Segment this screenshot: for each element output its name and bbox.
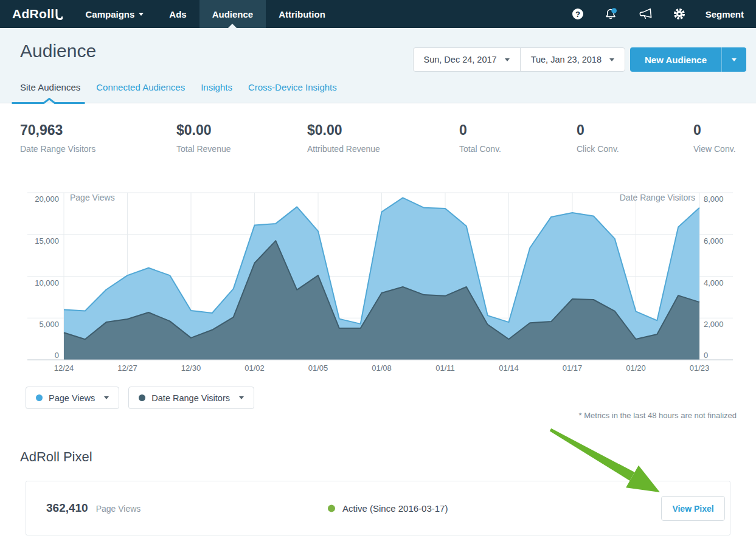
pixel-page-views-label: Page Views <box>96 504 141 514</box>
svg-text:2,000: 2,000 <box>704 320 724 329</box>
page-header: Audience Sun, Dec 24, 2017 Tue, Jan 23, … <box>0 28 756 103</box>
chevron-down-icon <box>139 13 144 16</box>
view-pixel-label: View Pixel <box>672 504 713 514</box>
svg-text:?: ? <box>575 10 580 19</box>
tab-connected-audiences[interactable]: Connected Audiences <box>96 82 185 92</box>
legend-date-range-visitors-dropdown[interactable]: Date Range Visitors <box>128 387 254 409</box>
stat-value: 70,963 <box>20 122 176 139</box>
chevron-down-icon <box>239 396 244 399</box>
notifications-bell-icon[interactable] <box>604 7 618 21</box>
svg-text:01/11: 01/11 <box>435 363 455 373</box>
stat-label: Total Conv. <box>459 144 577 154</box>
stat-label: View Conv. <box>693 144 756 154</box>
date-range-picker: Sun, Dec 24, 2017 Tue, Jan 23, 2018 <box>413 47 625 72</box>
chevron-down-icon <box>732 58 737 61</box>
chart-legend: Page Views Date Range Visitors <box>26 387 254 409</box>
megaphone-icon[interactable] <box>638 8 653 20</box>
svg-text:10,000: 10,000 <box>35 278 59 287</box>
svg-text:01/08: 01/08 <box>372 363 392 373</box>
gear-icon[interactable] <box>673 8 685 20</box>
nav-item-label: Attribution <box>279 9 325 19</box>
stat-value: 0 <box>577 122 693 139</box>
end-date-dropdown[interactable]: Tue, Jan 23, 2018 <box>520 48 625 71</box>
metrics-footnote: * Metrics in the last 48 hours are not f… <box>579 411 737 420</box>
adroll-logo-hook <box>55 9 63 22</box>
svg-text:01/14: 01/14 <box>499 363 519 373</box>
chevron-down-icon <box>104 396 109 399</box>
nav-item-label: Audience <box>212 9 254 19</box>
nav-item-label: Campaigns <box>85 9 134 19</box>
annotation-arrow-shaft <box>550 428 635 481</box>
stat-attributed-revenue: $0.00 Attributed Revenue <box>307 122 459 180</box>
svg-text:0: 0 <box>55 351 59 360</box>
adroll-pixel-card: 362,410 Page Views Active (Since 2016-03… <box>26 481 730 535</box>
start-date-value: Sun, Dec 24, 2017 <box>424 55 497 64</box>
end-date-value: Tue, Jan 23, 2018 <box>531 55 602 64</box>
adroll-pixel-heading: AdRoll Pixel <box>20 449 92 465</box>
audience-tabs: Site Audiences Connected Audiences Insig… <box>20 82 337 92</box>
svg-text:01/02: 01/02 <box>244 363 265 373</box>
nav-item-audience[interactable]: Audience <box>199 0 266 28</box>
pixel-page-views-value: 362,410 <box>46 501 88 515</box>
view-pixel-button[interactable]: View Pixel <box>661 496 725 521</box>
stat-label: Date Range Visitors <box>20 144 176 154</box>
help-icon[interactable]: ? <box>572 8 584 20</box>
stat-value: 0 <box>459 122 577 139</box>
svg-text:01/23: 01/23 <box>690 363 710 373</box>
stat-label: Total Revenue <box>176 144 307 154</box>
tab-cross-device-insights[interactable]: Cross-Device Insights <box>248 82 337 92</box>
svg-text:0: 0 <box>704 351 708 360</box>
legend-page-views-dropdown[interactable]: Page Views <box>26 387 119 409</box>
stat-total-conv: 0 Total Conv. <box>459 122 577 180</box>
svg-text:01/17: 01/17 <box>563 363 583 373</box>
svg-text:8,000: 8,000 <box>704 194 724 204</box>
svg-text:12/30: 12/30 <box>181 363 201 373</box>
active-tab-underline <box>11 98 86 104</box>
new-audience-button[interactable]: New Audience <box>630 47 721 72</box>
svg-text:5,000: 5,000 <box>39 320 59 329</box>
new-audience-split-button: New Audience <box>630 47 746 72</box>
nav-right-icons: ? <box>572 0 756 28</box>
summary-stats: 70,963 Date Range Visitors $0.00 Total R… <box>0 104 756 180</box>
audience-page: AdRoll Campaigns Ads Audience Attributio… <box>0 0 756 547</box>
pixel-page-views: 362,410 Page Views <box>46 501 140 515</box>
nav-item-label: Ads <box>169 9 186 19</box>
new-audience-label: New Audience <box>645 55 707 65</box>
account-menu-segment[interactable]: Segment <box>706 9 744 19</box>
svg-text:6,000: 6,000 <box>704 236 724 246</box>
stat-total-revenue: $0.00 Total Revenue <box>176 122 307 180</box>
nav-item-campaigns[interactable]: Campaigns <box>72 0 156 28</box>
legend-label: Date Range Visitors <box>151 393 230 403</box>
pixel-status: Active (Since 2016-03-17) <box>328 503 448 514</box>
nav-item-attribution[interactable]: Attribution <box>266 0 338 28</box>
stat-click-conv: 0 Click Conv. <box>577 122 693 180</box>
stat-value: 0 <box>693 122 756 139</box>
svg-text:01/05: 01/05 <box>308 363 328 373</box>
svg-text:Page Views: Page Views <box>70 193 115 202</box>
stat-view-conv: 0 View Conv. <box>693 122 756 180</box>
svg-text:15,000: 15,000 <box>35 236 59 246</box>
stat-value: $0.00 <box>307 122 459 139</box>
pixel-status-text: Active (Since 2016-03-17) <box>342 503 448 514</box>
tab-insights[interactable]: Insights <box>201 82 232 92</box>
svg-text:01/20: 01/20 <box>626 363 646 373</box>
chevron-down-icon <box>609 58 614 61</box>
adroll-logo[interactable]: AdRoll <box>0 0 72 28</box>
svg-text:20,000: 20,000 <box>35 194 59 204</box>
traffic-area-chart: 05,00010,00015,00020,00002,0004,0006,000… <box>0 188 756 383</box>
new-audience-dropdown-toggle[interactable] <box>721 47 746 72</box>
status-active-dot <box>328 504 335 512</box>
stat-label: Attributed Revenue <box>307 144 459 154</box>
stat-label: Click Conv. <box>577 144 693 154</box>
tab-site-audiences[interactable]: Site Audiences <box>20 82 80 92</box>
svg-text:12/24: 12/24 <box>54 363 74 373</box>
page-views-series-dot <box>36 394 43 401</box>
legend-label: Page Views <box>49 393 95 403</box>
adroll-logo-text: AdRoll <box>12 7 54 21</box>
svg-text:12/27: 12/27 <box>117 363 137 373</box>
stat-date-range-visitors: 70,963 Date Range Visitors <box>20 122 176 180</box>
start-date-dropdown[interactable]: Sun, Dec 24, 2017 <box>414 48 520 71</box>
active-nav-notch <box>228 24 237 28</box>
svg-text:Date Range Visitors: Date Range Visitors <box>620 193 695 202</box>
nav-item-ads[interactable]: Ads <box>156 0 199 28</box>
